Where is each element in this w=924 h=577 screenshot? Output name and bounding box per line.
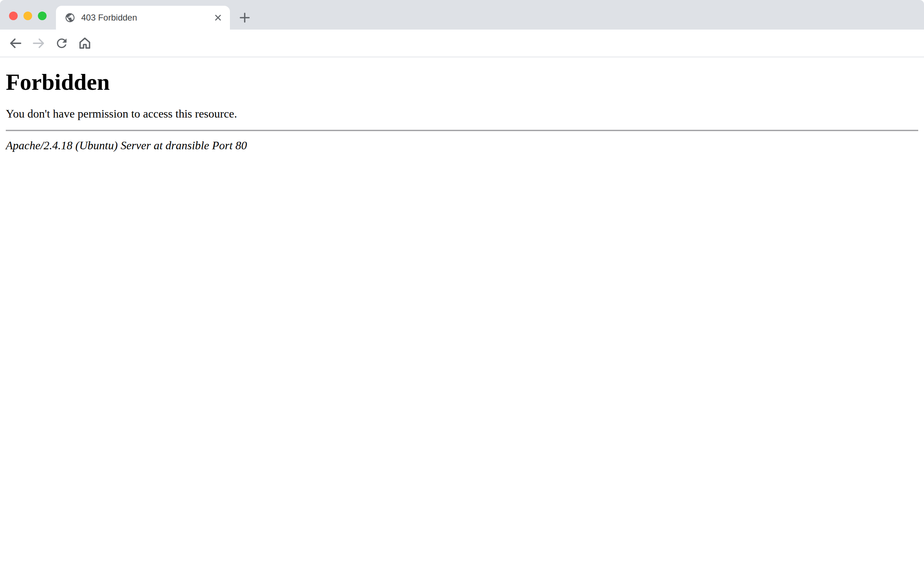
back-button[interactable] xyxy=(6,34,25,53)
reload-button[interactable] xyxy=(52,34,71,53)
tab-title: 403 Forbidden xyxy=(81,13,211,23)
error-heading: Forbidden xyxy=(6,69,918,95)
tab-strip: 403 Forbidden xyxy=(0,0,924,29)
error-message: You don't have permission to access this… xyxy=(6,107,918,121)
globe-icon xyxy=(65,12,76,23)
forward-button[interactable] xyxy=(29,34,48,53)
window-close-button[interactable] xyxy=(9,11,18,20)
window-zoom-button[interactable] xyxy=(38,11,47,20)
new-tab-button[interactable] xyxy=(236,9,254,26)
page-content: Forbidden You don't have permission to a… xyxy=(0,58,924,152)
server-signature: Apache/2.4.18 (Ubuntu) Server at dransib… xyxy=(6,139,918,152)
browser-tab-403-forbidden[interactable]: 403 Forbidden xyxy=(56,6,230,29)
home-button[interactable] xyxy=(76,34,94,53)
browser-toolbar: Not Secure dransible/ 1 xyxy=(0,29,924,57)
window-minimize-button[interactable] xyxy=(23,11,32,20)
plus-icon xyxy=(238,11,251,24)
divider xyxy=(6,130,918,132)
window-controls xyxy=(9,11,47,20)
tab-close-button[interactable] xyxy=(211,11,225,24)
